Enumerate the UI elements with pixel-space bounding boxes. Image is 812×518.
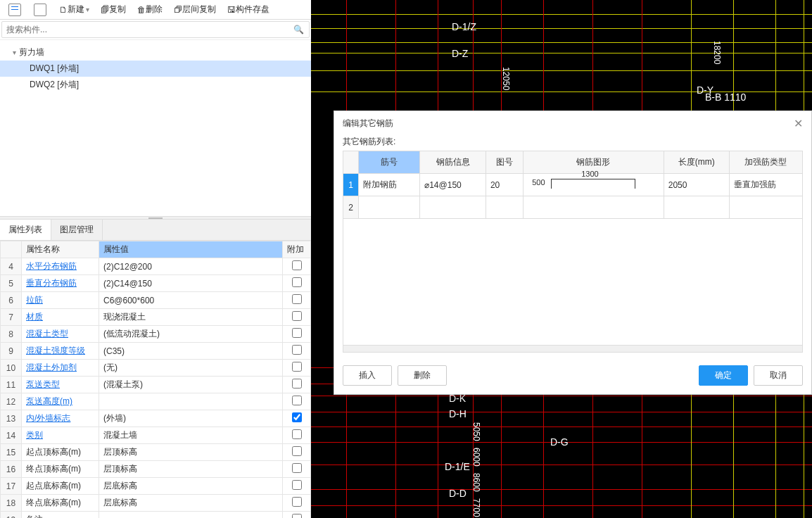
axis-label: D-H	[449, 408, 467, 419]
delete-button[interactable]: 🗑 删除	[133, 2, 167, 17]
view-grid-button[interactable]	[30, 2, 52, 18]
col-name: 属性名称	[22, 241, 99, 258]
save-icon: 🖫	[227, 5, 236, 15]
col-info: 钢筋信息	[420, 151, 486, 174]
extra-checkbox[interactable]	[292, 514, 302, 518]
scrollbar[interactable]	[343, 346, 803, 353]
extra-checkbox[interactable]	[292, 345, 302, 355]
dialog-title: 编辑其它钢筋	[343, 118, 393, 130]
axis-label: D-G	[550, 436, 569, 448]
col-extra: 附加	[283, 241, 311, 258]
layer-copy-button[interactable]: 🗇 层间复制	[170, 2, 220, 17]
tab-layers[interactable]: 图层管理	[51, 220, 103, 240]
property-row[interactable]: 4水平分布钢筋(2)C12@200	[1, 258, 311, 275]
col-value: 属性值	[99, 241, 283, 258]
axis-label: B-B 1110	[705, 91, 746, 103]
layer-icon: 🗇	[174, 5, 182, 15]
extra-checkbox[interactable]	[292, 463, 302, 473]
col-len: 长度(mm)	[664, 151, 729, 174]
axis-label: D-Z	[452, 48, 468, 59]
property-row[interactable]: 11泵送类型(混凝土泵)	[1, 377, 311, 393]
dim-label: 7700	[471, 498, 481, 517]
rebar-row[interactable]: 1 附加钢筋 ⌀14@150 20 5001300 2050 垂直加强筋	[343, 174, 803, 196]
extra-checkbox[interactable]	[292, 311, 302, 321]
axis-label: D-D	[449, 488, 467, 499]
axis-label: 18200	[712, 41, 722, 64]
rebar-row[interactable]: 2	[343, 196, 803, 219]
property-row[interactable]: 9混凝土强度等级(C35)	[1, 343, 311, 360]
axis-label: D-1/E	[445, 461, 470, 472]
insert-button[interactable]: 插入	[343, 365, 392, 386]
property-row[interactable]: 7材质现浇混凝土	[1, 309, 311, 326]
tree-item[interactable]: DWQ1 [外墙]	[0, 61, 311, 77]
copy-icon: 🗐	[101, 5, 109, 15]
axis-label: D-1/Z	[452, 21, 476, 32]
edit-rebar-dialog: 编辑其它钢筋 ✕ 其它钢筋列表: 筋号 钢筋信息 图号 钢筋图形 长度(mm) …	[334, 110, 812, 395]
axis-label: 12050	[501, 67, 511, 90]
tab-properties[interactable]: 属性列表	[0, 220, 51, 240]
splitter[interactable]	[0, 216, 311, 220]
view-list-button[interactable]	[4, 2, 27, 18]
property-row[interactable]: 10混凝土外加剂(无)	[1, 360, 311, 377]
property-row[interactable]: 19备注	[1, 512, 311, 519]
tree-parent[interactable]: 剪力墙	[0, 44, 311, 61]
col-num	[1, 241, 22, 258]
search-icon: 🔍	[293, 25, 304, 34]
close-icon[interactable]: ✕	[794, 117, 803, 130]
component-tree[interactable]: 剪力墙 DWQ1 [外墙] DWQ2 [外墙]	[0, 40, 311, 216]
extra-checkbox[interactable]	[292, 294, 302, 304]
extra-checkbox[interactable]	[292, 379, 302, 388]
dim-label: 5050	[471, 422, 481, 441]
component-save-button[interactable]: 🖫 构件存盘	[223, 2, 274, 17]
dialog-blank	[343, 219, 803, 346]
extra-checkbox[interactable]	[292, 277, 302, 287]
property-row[interactable]: 5垂直分布钢筋(2)C14@150	[1, 275, 311, 292]
extra-checkbox[interactable]	[292, 362, 302, 372]
extra-checkbox[interactable]	[292, 480, 302, 490]
property-row[interactable]: 14类别混凝土墙	[1, 427, 311, 444]
extra-checkbox[interactable]	[292, 328, 302, 338]
copy-button[interactable]: 🗐 复制	[96, 2, 130, 17]
property-row[interactable]: 18终点底标高(m)层底标高	[1, 495, 311, 512]
extra-checkbox[interactable]	[292, 396, 302, 405]
dialog-subtitle: 其它钢筋列表:	[334, 136, 811, 151]
delete-rebar-button[interactable]: 删除	[398, 365, 447, 386]
property-table: 属性名称 属性值 附加 4水平分布钢筋(2)C12@2005垂直分布钢筋(2)C…	[0, 241, 311, 518]
extra-checkbox[interactable]	[292, 446, 302, 456]
dim-label: 8600	[471, 473, 481, 492]
extra-checkbox[interactable]	[292, 429, 302, 439]
dim-label: 6000	[471, 448, 481, 467]
rebar-shape-icon: 5001300	[551, 179, 635, 189]
search-input[interactable]	[1, 21, 310, 38]
property-row[interactable]: 16终点顶标高(m)层顶标高	[1, 461, 311, 478]
extra-checkbox[interactable]	[292, 260, 302, 270]
property-row[interactable]: 12泵送高度(m)	[1, 393, 311, 410]
property-row[interactable]: 13内/外墙标志(外墙)	[1, 410, 311, 427]
property-row[interactable]: 6拉筋C6@600*600	[1, 292, 311, 309]
extra-checkbox[interactable]	[292, 412, 302, 422]
tree-item[interactable]: DWQ2 [外墙]	[0, 77, 311, 93]
col-type: 加强筋类型	[729, 151, 802, 174]
property-row[interactable]: 8混凝土类型(低流动混凝土)	[1, 326, 311, 343]
cancel-button[interactable]: 取消	[754, 365, 803, 386]
property-row[interactable]: 17起点底标高(m)层底标高	[1, 478, 311, 495]
col-tu: 图号	[486, 151, 523, 174]
new-button[interactable]: 🗋 新建	[55, 2, 94, 17]
col-jin: 筋号	[359, 151, 420, 174]
extra-checkbox[interactable]	[292, 497, 302, 507]
property-row[interactable]: 15起点顶标高(m)层顶标高	[1, 444, 311, 461]
file-icon: 🗋	[59, 5, 68, 15]
trash-icon: 🗑	[137, 5, 146, 15]
ok-button[interactable]: 确定	[699, 365, 748, 386]
